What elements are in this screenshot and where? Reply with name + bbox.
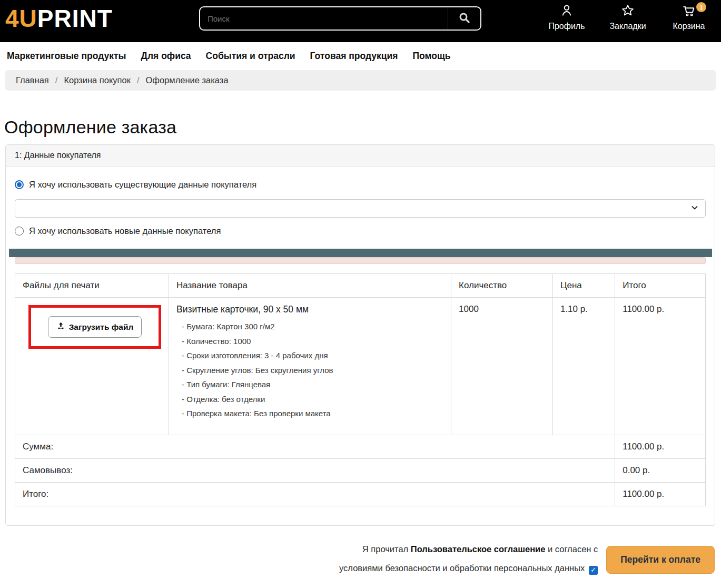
breadcrumb-separator: /: [55, 75, 58, 85]
breadcrumb-home[interactable]: Главная: [16, 75, 49, 85]
col-header-files: Файлы для печати: [15, 274, 169, 298]
col-header-price: Цена: [552, 274, 615, 298]
site-logo[interactable]: 4UPRINT: [0, 0, 113, 31]
radio-existing-data[interactable]: Я хочу использовать существующие данные …: [15, 180, 706, 190]
breadcrumb-separator: /: [137, 75, 140, 85]
section-divider-bar: [9, 249, 712, 257]
grand-total-label: Итого:: [15, 483, 615, 506]
nav-item-events[interactable]: События и отрасли: [206, 51, 295, 62]
order-table-header-row: Файлы для печати Название товара Количес…: [15, 274, 706, 298]
product-option: - Тип бумаги: Глянцевая: [176, 377, 443, 392]
checkout-footer: Я прочитал Пользовательское соглашение и…: [0, 540, 721, 577]
page-title: Оформление заказа: [4, 117, 721, 138]
bookmarks-button[interactable]: Закладки: [605, 3, 650, 31]
upload-icon: [56, 321, 65, 332]
nav-item-marketing[interactable]: Маркетинговые продукты: [7, 51, 126, 62]
agreement-link[interactable]: Пользовательское соглашение: [411, 544, 546, 554]
cart-button[interactable]: Корзина 1: [666, 3, 712, 31]
breadcrumb-cart[interactable]: Корзина покупок: [64, 75, 131, 85]
radio-unselected-icon[interactable]: [15, 227, 24, 236]
cart-icon: [681, 3, 697, 20]
nav-item-help[interactable]: Помощь: [412, 51, 450, 62]
product-option: - Количество: 1000: [176, 334, 443, 349]
product-option: - Сроки изготовления: 3 - 4 рабочих дня: [176, 348, 443, 363]
breadcrumb-checkout: Оформление заказа: [146, 75, 229, 85]
radio-new-label: Я хочу использовать новые данные покупат…: [29, 226, 221, 236]
buyer-section-header: 1: Данные покупателя: [6, 145, 715, 166]
product-option: - Отделка: без отделки: [176, 392, 443, 407]
buyer-section-body: Я хочу использовать существующие данные …: [6, 180, 715, 525]
total-cell: 1100.00 р.: [615, 298, 706, 435]
radio-new-data[interactable]: Я хочу использовать новые данные покупат…: [15, 226, 706, 236]
product-option: - Бумага: Картон 300 г/м2: [176, 319, 443, 334]
check-icon: ✓: [590, 561, 596, 580]
summary-row-pickup: Самовывоз: 0.00 р.: [15, 459, 706, 483]
agreement-line2: условиями безопасности и обработки персо…: [339, 563, 585, 573]
product-cell: Визитные карточки, 90 x 50 мм - Бумага: …: [169, 298, 451, 435]
cart-count-badge: 1: [696, 2, 706, 12]
agreement-text: Я прочитал Пользовательское соглашение и…: [339, 540, 598, 577]
upload-button-label: Загрузить файл: [69, 322, 134, 332]
cart-label: Корзина: [673, 22, 705, 31]
profile-button[interactable]: Профиль: [544, 3, 589, 31]
search-icon: [458, 12, 471, 26]
upload-file-button[interactable]: Загрузить файл: [48, 316, 142, 338]
logo-suffix: PRINT: [37, 5, 113, 32]
agreement-after: и согласен с: [545, 544, 598, 554]
subtotal-value: 1100.00 р.: [615, 435, 706, 459]
pickup-label: Самовывоз:: [15, 459, 615, 483]
col-header-name: Название товара: [169, 274, 451, 298]
breadcrumb: Главная / Корзина покупок / Оформление з…: [5, 70, 716, 91]
radio-selected-icon[interactable]: [15, 180, 24, 189]
summary-row-grand-total: Итого: 1100.00 р.: [15, 483, 706, 506]
bookmarks-label: Закладки: [609, 22, 646, 31]
radio-existing-label: Я хочу использовать существующие данные …: [29, 180, 256, 190]
nav-item-office[interactable]: Для офиса: [141, 51, 191, 62]
product-name: Визитные карточки, 90 x 50 мм: [176, 304, 443, 315]
col-header-quantity: Количество: [451, 274, 553, 298]
grand-total-value: 1100.00 р.: [615, 483, 706, 506]
star-icon: [620, 3, 635, 20]
summary-row-subtotal: Сумма: 1100.00 р.: [15, 435, 706, 459]
collapsed-alert-bar: [15, 257, 706, 264]
product-option: - Скругление углов: Без скругления углов: [176, 363, 443, 378]
agreement-checkbox[interactable]: ✓: [589, 566, 598, 575]
subtotal-label: Сумма:: [15, 435, 615, 459]
panel-bottom-spacer: [15, 506, 706, 525]
site-header: 4UPRINT Профиль: [0, 0, 721, 42]
search-input[interactable]: [200, 14, 448, 23]
order-item-row: Загрузить файл Визитные карточки, 90 x 5…: [15, 298, 706, 435]
annotation-highlight: Загрузить файл: [28, 305, 161, 349]
col-header-total: Итого: [615, 274, 706, 298]
agreement-before: Я прочитал: [362, 544, 411, 554]
checkout-panel: 1: Данные покупателя Я хочу использовать…: [5, 144, 715, 526]
header-actions: Профиль Закладки Корзина 1: [544, 3, 712, 31]
buyer-data-select[interactable]: [15, 199, 706, 218]
logo-prefix: 4U: [5, 5, 37, 32]
person-icon: [559, 3, 574, 20]
nav-item-ready[interactable]: Готовая продукция: [310, 51, 398, 62]
search-button[interactable]: [448, 7, 480, 30]
product-option: - Проверка макета: Без проверки макета: [176, 406, 443, 421]
profile-label: Профиль: [548, 22, 585, 31]
pay-button[interactable]: Перейти к оплате: [606, 546, 715, 574]
files-cell: Загрузить файл: [15, 298, 169, 435]
price-cell: 1.10 р.: [552, 298, 615, 435]
pickup-value: 0.00 р.: [615, 459, 706, 483]
quantity-cell: 1000: [451, 298, 553, 435]
order-table: Файлы для печати Название товара Количес…: [15, 273, 706, 506]
search-bar: [199, 6, 481, 31]
main-nav: Маркетинговые продукты Для офиса События…: [0, 42, 721, 70]
chevron-down-icon: [690, 203, 699, 214]
